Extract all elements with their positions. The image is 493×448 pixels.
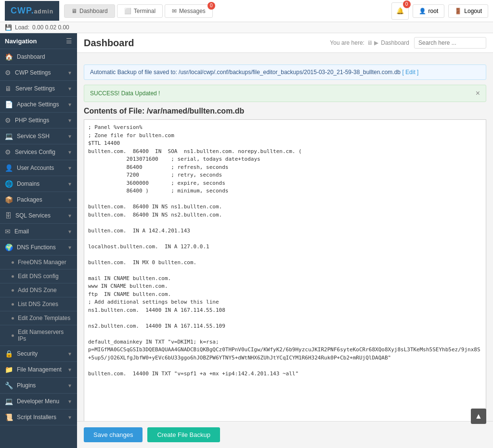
sidebar-item-server-settings[interactable]: 🖥 Server Settings ▼	[0, 81, 77, 97]
chevron-icon: ▼	[67, 367, 72, 372]
user-btn[interactable]: 👤 root	[413, 4, 445, 18]
bottom-bar: Save changes Create File Backup	[77, 421, 493, 448]
sidebar-item-add-dns-zone[interactable]: Add DNS Zone	[0, 283, 77, 297]
alert-success: SUCCESS! Data Updated ! ×	[84, 85, 486, 102]
chevron-icon: ▼	[67, 383, 72, 388]
sidebar-item-file-management[interactable]: 📁 File Management ▼	[0, 362, 77, 378]
server-icon: 💾	[5, 24, 12, 31]
email-icon: ✉	[5, 228, 11, 235]
chevron-icon: ▼	[67, 150, 72, 155]
chevron-icon: ▼	[67, 399, 72, 404]
folder-icon: 📁	[5, 366, 13, 373]
sidebar-item-dns-functions[interactable]: 🌍 DNS Functions ▼	[0, 240, 77, 256]
sidebar-sub-label: Edit Nameservers IPs	[18, 329, 72, 342]
sidebar-item-user-accounts[interactable]: 👤 User Accounts ▼	[0, 160, 77, 176]
sidebar-item-apache-settings[interactable]: 📄 Apache Settings ▼	[0, 97, 77, 113]
top-right: 🔔 0 👤 root 🚪 Logout	[391, 2, 488, 20]
sub-header: 💾 Load: 0.00 0.02 0.00	[0, 22, 493, 33]
sidebar-item-label: Apache Settings	[17, 101, 59, 108]
logout-btn[interactable]: 🚪 Logout	[448, 4, 488, 18]
breadcrumb-sep: 🖥 ▶	[367, 39, 378, 46]
content-inner: Automatic Backup of file saved to: /usr/…	[77, 58, 493, 421]
terminal-nav-label: Terminal	[134, 8, 156, 14]
sidebar-item-label: PHP Settings	[15, 117, 49, 124]
bell-icon: 🔔	[396, 7, 404, 14]
plugins-icon: 🔧	[5, 382, 13, 389]
sidebar-item-edit-zone-templates[interactable]: Edit Zone Templates	[0, 311, 77, 325]
sidebar-header: Navigation ☰	[0, 33, 77, 49]
sidebar-item-label: User Accounts	[17, 165, 54, 171]
sidebar-item-edit-dns-config[interactable]: Edit DNS config	[0, 269, 77, 283]
sidebar-item-dashboard[interactable]: 🏠 Dashboard	[0, 49, 77, 65]
close-alert-btn[interactable]: ×	[476, 89, 480, 98]
sidebar-item-label: Server Settings	[15, 85, 55, 92]
chevron-icon: ▼	[67, 181, 72, 187]
content: Automatic Backup of file saved to: /usr/…	[77, 58, 493, 448]
sidebar-item-label: Security	[17, 350, 38, 357]
alert-success-text: SUCCESS! Data Updated !	[90, 90, 160, 97]
save-changes-button[interactable]: Save changes	[84, 427, 143, 442]
sidebar-sub-label: Edit Zone Templates	[18, 315, 70, 321]
alert-info-text: Automatic Backup of file saved to: /usr/…	[90, 69, 401, 76]
dashboard-nav-btn[interactable]: 🖥 Dashboard	[64, 4, 115, 18]
sidebar-item-edit-nameservers-ips[interactable]: Edit Nameservers IPs	[0, 325, 77, 346]
sidebar-nav-title: Navigation	[5, 38, 37, 45]
chevron-icon: ▼	[67, 415, 72, 420]
search-input[interactable]	[414, 37, 486, 49]
back-to-top-btn[interactable]: ▲	[471, 409, 486, 424]
sidebar-item-label: Services Config	[15, 149, 55, 155]
sidebar-item-sql-services[interactable]: 🗄 SQL Services ▼	[0, 208, 77, 224]
dashboard-nav-icon: 🖥	[71, 8, 77, 14]
sidebar-item-script-installers[interactable]: 📜 Script Installers ▼	[0, 410, 77, 425]
sidebar-item-label: Developer Menu	[17, 398, 59, 405]
sidebar-item-developer-menu[interactable]: 💻 Developer Menu ▼	[0, 394, 77, 410]
sidebar-sub-label: FreeDNS Manager	[18, 259, 66, 266]
dot-icon	[12, 261, 14, 264]
server-settings-icon: 🖥	[5, 85, 12, 92]
chevron-icon: ▼	[67, 229, 72, 234]
messages-nav-btn[interactable]: ✉ Messages	[165, 4, 213, 18]
packages-icon: 📦	[5, 196, 13, 204]
sidebar-item-freedns-manager[interactable]: FreeDNS Manager	[0, 256, 77, 269]
dot-icon	[12, 289, 14, 292]
sidebar-sub-label: Add DNS Zone	[18, 287, 57, 294]
sidebar-item-security[interactable]: 🔒 Security ▼	[0, 346, 77, 362]
sidebar-item-php-settings[interactable]: ⚙ PHP Settings ▼	[0, 113, 77, 128]
breadcrumb-current: Dashboard	[381, 39, 409, 46]
bell-btn[interactable]: 🔔 0	[391, 2, 409, 20]
dashboard-nav-btn-wrap: 🖥 Dashboard	[64, 4, 115, 18]
create-backup-button[interactable]: Create File Backup	[147, 427, 220, 442]
sidebar-item-packages[interactable]: 📦 Packages ▼	[0, 192, 77, 208]
sidebar-item-cwp-settings[interactable]: ⚙ CWP Settings ▼	[0, 65, 77, 81]
sidebar-toggle-icon[interactable]: ☰	[66, 37, 72, 45]
page-header: Dashboard You are here: 🖥 ▶ Dashboard	[77, 33, 493, 53]
sidebar-item-list-dns-zones[interactable]: List DNS Zones	[0, 297, 77, 311]
alert-info: Automatic Backup of file saved to: /usr/…	[84, 64, 486, 80]
content-wrapper: Dashboard You are here: 🖥 ▶ Dashboard Au…	[77, 33, 493, 448]
logout-label: Logout	[464, 8, 482, 14]
terminal-nav-btn[interactable]: ⬜ Terminal	[117, 4, 163, 18]
sidebar-item-service-ssh[interactable]: 💻 Service SSH ▼	[0, 128, 77, 144]
edit-link[interactable]: [ Edit ]	[402, 69, 418, 76]
sidebar: Navigation ☰ 🏠 Dashboard ⚙ CWP Settings …	[0, 33, 77, 448]
sidebar-item-label: CWP Settings	[15, 69, 51, 76]
file-content-textarea[interactable]	[84, 119, 486, 421]
sidebar-item-label: Service SSH	[17, 133, 50, 140]
chevron-icon: ▼	[67, 70, 72, 76]
sidebar-item-label: Script Installers	[17, 414, 56, 421]
sidebar-item-domains[interactable]: 🌐 Domains ▼	[0, 176, 77, 192]
you-are-here-label: You are here:	[330, 39, 364, 46]
sidebar-item-email[interactable]: ✉ Email ▼	[0, 224, 77, 240]
sidebar-item-label: SQL Services	[15, 212, 51, 219]
developer-icon: 💻	[5, 397, 13, 405]
sidebar-sub-label: Edit DNS config	[18, 273, 59, 280]
file-box-title: Contents of File: /var/named/bullten.com…	[84, 107, 486, 115]
messages-nav-icon: ✉	[172, 8, 177, 14]
sidebar-item-plugins[interactable]: 🔧 Plugins ▼	[0, 378, 77, 394]
domains-icon: 🌐	[5, 180, 13, 188]
dot-icon	[12, 275, 14, 278]
sidebar-item-label: DNS Functions	[17, 244, 56, 251]
sidebar-item-services-config[interactable]: ⚙ Services Config ▼	[0, 144, 77, 160]
dns-icon: 🌍	[5, 243, 13, 251]
user-label: root	[428, 8, 439, 14]
